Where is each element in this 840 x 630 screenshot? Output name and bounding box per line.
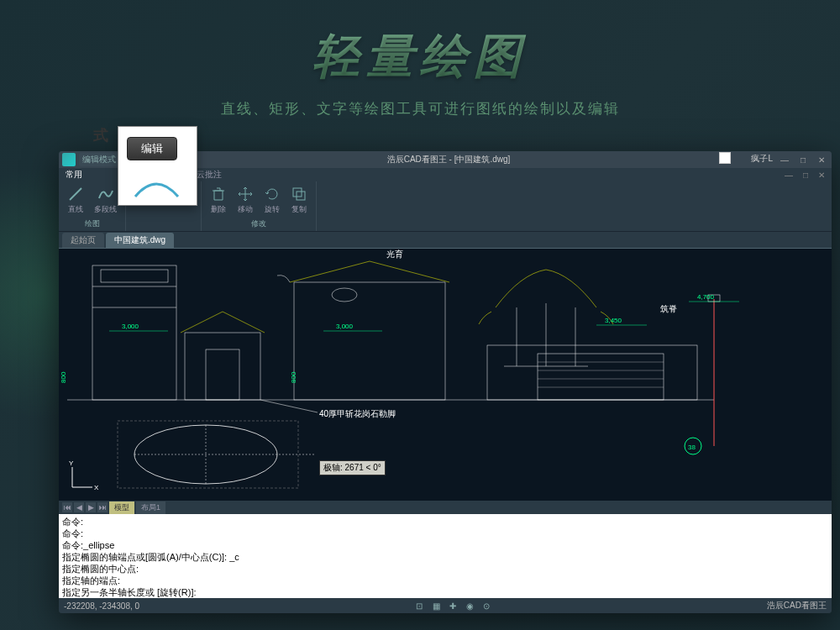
svg-rect-0 xyxy=(293,188,302,197)
rotate-icon xyxy=(264,186,281,202)
trash-icon xyxy=(210,186,227,202)
move-icon xyxy=(237,186,254,202)
layout-next-button[interactable]: ▶ xyxy=(86,502,96,512)
polyline-icon xyxy=(97,186,114,202)
callout-peek-text: 式 xyxy=(93,125,108,145)
status-bar: -232208, -234308, 0 ⊡ ▦ ✚ ◉ ⊙ 浩辰CAD看图王 xyxy=(59,598,832,613)
copy-icon xyxy=(291,186,307,202)
maximize-button[interactable]: □ xyxy=(796,155,810,165)
svg-text:38: 38 xyxy=(688,444,696,451)
svg-text:3,450: 3,450 xyxy=(605,317,622,324)
close-button[interactable]: ✕ xyxy=(815,155,828,165)
svg-text:筑脊: 筑脊 xyxy=(660,304,677,313)
line-icon xyxy=(67,186,84,202)
rotate-tool-button[interactable]: 旋转 xyxy=(262,184,282,217)
copy-tool-button[interactable]: 复制 xyxy=(289,184,309,217)
hero-title: 轻量绘图 xyxy=(0,25,840,89)
svg-rect-6 xyxy=(101,270,168,282)
svg-text:40厚甲斩花岗石勒脚: 40厚甲斩花岗石勒脚 xyxy=(319,409,396,418)
svg-rect-9 xyxy=(294,282,445,400)
svg-rect-3 xyxy=(92,265,176,400)
svg-line-34 xyxy=(260,400,318,412)
child-minimize-button[interactable]: — xyxy=(785,171,793,180)
cad-drawing: 3,000 3,000 3,450 4,700 800 800 40厚甲斩花岗石… xyxy=(59,249,832,501)
svg-rect-8 xyxy=(206,349,239,400)
status-polar-icon[interactable]: ◉ xyxy=(464,600,475,612)
layout-prev-button[interactable]: ◀ xyxy=(74,502,84,512)
svg-rect-16 xyxy=(538,354,664,400)
status-osnap-icon[interactable]: ⊙ xyxy=(480,600,492,612)
hero-section: 轻量绘图 直线、矩形、文字等绘图工具可进行图纸的绘制以及编辑 xyxy=(0,0,840,118)
ribbon-group-modify: 删除 移动 旋转 复制 修改 xyxy=(202,181,317,231)
user-name: 疯子L xyxy=(751,153,773,165)
delete-tool-button[interactable]: 删除 xyxy=(208,184,228,217)
move-tool-button[interactable]: 移动 xyxy=(235,184,255,217)
svg-point-10 xyxy=(332,288,357,302)
app-logo-icon[interactable] xyxy=(62,153,76,166)
svg-text:光育: 光育 xyxy=(386,249,403,259)
svg-text:3,000: 3,000 xyxy=(122,323,139,330)
modify-group-label: 修改 xyxy=(251,218,266,229)
document-tabs: 起始页 中国建筑.dwg xyxy=(59,232,832,249)
child-close-button[interactable]: ✕ xyxy=(818,171,825,180)
menu-tab-common[interactable]: 常用 xyxy=(66,169,82,181)
callout-curve-icon xyxy=(134,176,180,201)
cmd-line: 指定椭圆的中心点: xyxy=(62,563,828,575)
line-tool-button[interactable]: 直线 xyxy=(66,184,86,217)
draw-group-label: 绘图 xyxy=(85,218,100,229)
svg-rect-1 xyxy=(297,192,305,200)
minimize-button[interactable]: — xyxy=(778,155,791,165)
cmd-line: 命令: xyxy=(62,528,828,539)
status-ortho-icon[interactable]: ✚ xyxy=(447,600,459,612)
cmd-line: 指定椭圆的轴端点或[圆弧(A)/中心点(C)]: _c xyxy=(62,551,828,563)
child-maximize-button[interactable]: □ xyxy=(803,171,808,180)
svg-text:4,700: 4,700 xyxy=(697,293,715,301)
edit-mode-callout: 式 编辑 xyxy=(118,126,197,206)
cmd-line: 指定另一条半轴长度或 [旋转(R)]: xyxy=(62,586,828,598)
layout-tabs: ⏮ ◀ ▶ ⏭ 模型 布局1 xyxy=(59,501,832,514)
layout-tab-model[interactable]: 模型 xyxy=(109,501,134,514)
layout-first-button[interactable]: ⏮ xyxy=(62,502,72,512)
hero-subtitle: 直线、矩形、文字等绘图工具可进行图纸的绘制以及编辑 xyxy=(0,99,840,118)
layout-last-button[interactable]: ⏭ xyxy=(97,502,108,512)
command-line-area[interactable]: 命令: 命令: 命令:_ellipse 指定椭圆的轴端点或[圆弧(A)/中心点(… xyxy=(59,514,832,598)
status-grid-icon[interactable]: ▦ xyxy=(430,600,442,612)
cmd-line: 指定轴的端点: xyxy=(62,575,828,586)
menu-tab-cloud[interactable]: 云批注 xyxy=(197,169,222,181)
status-snap-icon[interactable]: ⊡ xyxy=(413,600,425,612)
edit-mode-label: 编辑模式 xyxy=(79,153,119,166)
cad-app-window: 编辑模式 浩辰CAD看图王 - [中国建筑.dwg] 疯子L — □ ✕ 常用 … xyxy=(59,151,832,613)
svg-text:800: 800 xyxy=(60,371,67,383)
tab-startpage[interactable]: 起始页 xyxy=(62,233,104,248)
svg-rect-7 xyxy=(185,333,260,400)
window-title: 浩辰CAD看图王 - [中国建筑.dwg] xyxy=(119,154,778,165)
status-coordinates: -232208, -234308, 0 xyxy=(64,601,139,611)
tab-active-document[interactable]: 中国建筑.dwg xyxy=(106,233,174,248)
svg-text:X: X xyxy=(94,484,99,491)
layout-tab-layout1[interactable]: 布局1 xyxy=(136,501,165,514)
drawing-canvas[interactable]: 3,000 3,000 3,450 4,700 800 800 40厚甲斩花岗石… xyxy=(59,249,832,501)
status-product: 浩辰CAD看图王 xyxy=(767,600,827,612)
ucs-axis-icon: Y X xyxy=(66,460,99,494)
user-avatar-icon[interactable] xyxy=(719,152,731,164)
ribbon-group-draw: 直线 多段线 绘图 xyxy=(59,181,126,231)
polar-tooltip: 极轴: 2671 < 0° xyxy=(319,460,386,475)
cmd-line: 命令: xyxy=(62,516,828,528)
svg-text:3,000: 3,000 xyxy=(336,323,354,330)
polyline-tool-button[interactable]: 多段线 xyxy=(92,184,118,217)
cmd-line: 命令:_ellipse xyxy=(62,539,828,551)
svg-text:Y: Y xyxy=(69,460,74,467)
svg-text:800: 800 xyxy=(290,371,297,383)
edit-button[interactable]: 编辑 xyxy=(127,137,177,160)
